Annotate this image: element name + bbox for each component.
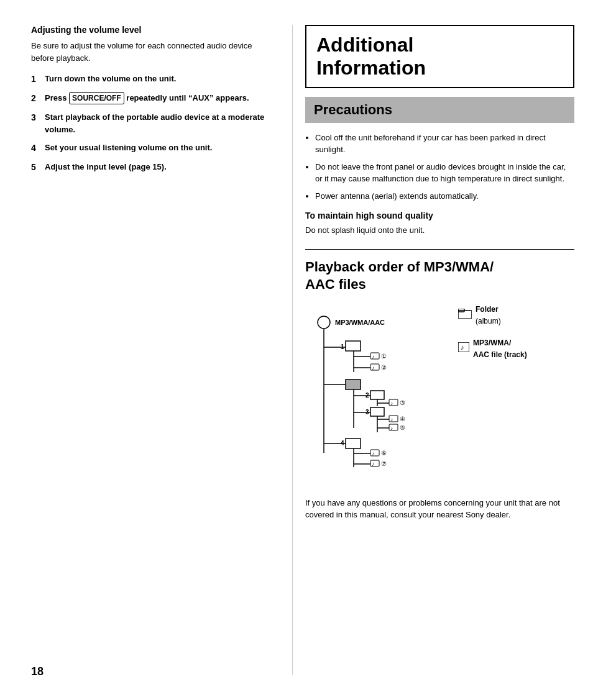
svg-text:④: ④ (400, 416, 405, 422)
precautions-heading: Precautions (314, 102, 392, 117)
legend-folder-text: Folder (album) (476, 304, 501, 327)
svg-text:MP3/WMA/AAC: MP3/WMA/AAC (335, 319, 385, 326)
svg-text:♪: ♪ (372, 461, 374, 467)
svg-text:1: 1 (341, 343, 344, 350)
left-section-heading: Adjusting the volume level (31, 25, 274, 35)
bullet-1: Cool off the unit beforehand if your car… (315, 132, 574, 156)
source-off-button: SOURCE/OFF (69, 92, 124, 104)
precautions-list: Cool off the unit beforehand if your car… (305, 132, 574, 202)
page-number: 18 (31, 665, 44, 678)
svg-text:2: 2 (365, 392, 369, 399)
step-5-text: Adjust the input level (page 15). (45, 161, 167, 174)
svg-rect-19 (370, 391, 384, 399)
folder-icon (458, 309, 472, 322)
svg-rect-16 (346, 380, 361, 389)
left-column: Adjusting the volume level Be sure to ad… (31, 25, 292, 675)
step-1-num: 1 (31, 73, 45, 86)
svg-text:⑦: ⑦ (381, 460, 387, 467)
sound-quality-text: Do not splash liquid onto the unit. (305, 224, 574, 237)
step-5: 5 Adjust the input level (page 15). (31, 161, 274, 174)
sound-quality-heading: To maintain high sound quality (305, 211, 574, 220)
svg-text:♪: ♪ (461, 343, 464, 351)
step-2: 2 Press SOURCE/OFF repeatedly until “AUX… (31, 92, 274, 105)
diagram-legend: Folder (album) ♪ MP3/WMA/ AAC file (tr (448, 304, 527, 365)
svg-rect-39 (346, 439, 361, 448)
right-column: AdditionalInformation Precautions Cool o… (292, 25, 574, 675)
step-2-text: Press SOURCE/OFF repeatedly until “AUX” … (45, 92, 249, 105)
svg-rect-27 (370, 407, 384, 416)
intro-text: Be sure to adjust the volume for each co… (31, 40, 274, 64)
main-title: AdditionalInformation (316, 34, 563, 80)
svg-text:♪: ♪ (372, 451, 374, 457)
legend-file-text: MP3/WMA/ AAC file (track) (473, 337, 527, 361)
main-title-box: AdditionalInformation (305, 25, 574, 88)
svg-text:⑤: ⑤ (400, 424, 405, 431)
step-3-text: Start playback of the portable audio dev… (45, 111, 274, 135)
step-4-text: Set your usual listening volume on the u… (45, 142, 212, 155)
svg-rect-4 (346, 341, 361, 351)
precautions-banner: Precautions (305, 97, 574, 123)
svg-text:♪: ♪ (390, 401, 393, 406)
svg-point-0 (318, 316, 330, 329)
svg-text:3: 3 (365, 409, 369, 416)
step-5-num: 5 (31, 161, 45, 174)
legend-file: ♪ MP3/WMA/ AAC file (track) (458, 337, 527, 361)
legend-folder: Folder (album) (458, 304, 527, 327)
diagram: MP3/WMA/AAC 1 ♪ ① (305, 304, 448, 486)
svg-text:⑥: ⑥ (381, 450, 387, 457)
step-3-num: 3 (31, 111, 45, 135)
step-4-num: 4 (31, 142, 45, 155)
svg-text:①: ① (381, 353, 387, 360)
music-file-icon: ♪ (458, 342, 469, 356)
playback-title: Playback order of MP3/WMA/AAC files (305, 258, 574, 294)
svg-text:4: 4 (341, 440, 344, 447)
svg-text:②: ② (381, 364, 387, 371)
section-divider (305, 249, 574, 250)
diagram-area: MP3/WMA/AAC 1 ♪ ① (305, 304, 574, 486)
footer-text: If you have any questions or problems co… (305, 497, 574, 521)
bullet-2: Do not leave the front panel or audio de… (315, 161, 574, 185)
steps-list: 1 Turn down the volume on the unit. 2 Pr… (31, 73, 274, 174)
svg-text:♪: ♪ (390, 425, 393, 431)
bullet-3: Power antenna (aerial) extends automatic… (315, 190, 574, 202)
step-1-text: Turn down the volume on the unit. (45, 73, 176, 86)
step-3: 3 Start playback of the portable audio d… (31, 111, 274, 135)
svg-text:♪: ♪ (372, 365, 374, 371)
step-2-num: 2 (31, 92, 45, 105)
svg-text:♪: ♪ (372, 354, 374, 360)
svg-text:♪: ♪ (390, 417, 393, 422)
step-1: 1 Turn down the volume on the unit. (31, 73, 274, 86)
step-4: 4 Set your usual listening volume on the… (31, 142, 274, 155)
svg-text:③: ③ (400, 399, 405, 406)
